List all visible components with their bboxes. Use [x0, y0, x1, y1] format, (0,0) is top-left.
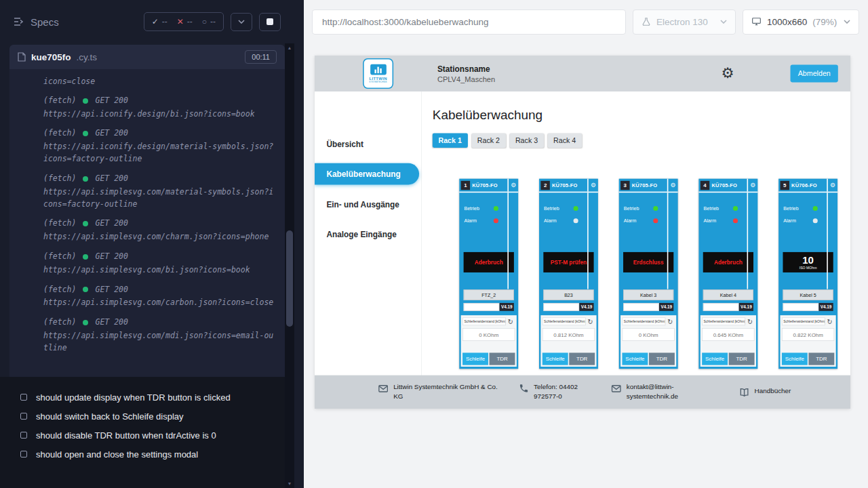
browser-name: Electron 130	[656, 17, 708, 27]
specs-menu[interactable]: Specs	[14, 16, 59, 28]
command-log-entry[interactable]: (fetch)GET 200 https://api.iconify.desig…	[43, 95, 275, 121]
tab-rack-3[interactable]: Rack 3	[509, 134, 544, 148]
refresh-icon[interactable]: ↻	[745, 318, 754, 325]
test-item[interactable]: should disable TDR button when tdrActive…	[20, 426, 288, 445]
alarm-label: Alarm	[544, 218, 557, 223]
spec-header[interactable]: kue705fo .cy.ts 00:11	[9, 45, 285, 69]
collapse-button[interactable]	[231, 13, 252, 31]
browser-selector[interactable]: Electron 130	[633, 9, 736, 35]
status-display-text: Aderbruch	[714, 259, 743, 265]
status-dot	[83, 320, 88, 325]
command-log-entry[interactable]: (fetch)GET 200 https://api.simplesvg.com…	[43, 173, 275, 210]
tdr-button[interactable]: TDR	[649, 352, 675, 365]
refresh-icon[interactable]: ↻	[506, 318, 515, 325]
betrieb-led	[733, 206, 738, 211]
cable-name: Kabel 5	[783, 289, 833, 300]
logout-button[interactable]: Abmelden	[791, 64, 838, 82]
url-input[interactable]: http://localhost:3000/kabelueberwachung	[312, 9, 626, 35]
tdr-button[interactable]: TDR	[729, 352, 755, 365]
measurement-label: Schleifenwiderstand [kOhm]	[782, 317, 825, 325]
tdr-button[interactable]: TDR	[490, 352, 515, 365]
chevron-down-icon	[844, 20, 850, 24]
http-status: GET 200	[95, 251, 127, 263]
device-settings-icon[interactable]: ⚙	[507, 179, 518, 192]
betrieb-led	[813, 206, 818, 211]
status-display-text: Erdschluss	[633, 259, 664, 265]
device-settings-icon[interactable]: ⚙	[667, 179, 678, 192]
sidebar-item-analoge-eingaenge[interactable]: Analoge Eingänge	[315, 223, 421, 245]
test-item[interactable]: should switch back to Schleife display	[20, 407, 288, 426]
test-title: should update display when TDR button is…	[36, 392, 231, 403]
tab-rack-4[interactable]: Rack 4	[547, 134, 582, 148]
status-display: PST-M prüfen	[543, 252, 593, 272]
test-item[interactable]: should update display when TDR button is…	[20, 388, 288, 407]
aut-panel: http://localhost:3000/kabelueberwachung …	[304, 0, 868, 488]
command-log-entry[interactable]: (fetch)GET 200 https://api.simplesvg.com…	[43, 284, 275, 310]
schleife-button[interactable]: Schleife	[622, 352, 648, 365]
betrieb-led	[494, 206, 498, 211]
tdr-button[interactable]: TDR	[569, 352, 595, 365]
monitor-icon	[751, 17, 762, 26]
footer-phone: Telefon: 04402 972577-0	[519, 383, 591, 402]
stop-button[interactable]	[259, 13, 281, 31]
tab-rack-2[interactable]: Rack 2	[471, 134, 506, 148]
station-value: CPLV4_Maschen	[437, 75, 495, 83]
device-card: 1 KÜ705-FO ⚙ Betrieb Alarm	[459, 179, 518, 369]
tdr-button[interactable]: TDR	[808, 352, 834, 365]
scrollbar-thumb[interactable]	[286, 230, 293, 327]
test-item[interactable]: should open and close the settings modal	[20, 445, 288, 464]
settings-gear-icon[interactable]: ⚙	[722, 66, 734, 81]
schleife-button[interactable]: Schleife	[782, 352, 808, 365]
sidebar-item-ein-und-ausgaenge[interactable]: Ein- und Ausgänge	[315, 193, 421, 215]
viewport-selector[interactable]: 1000x660 (79%)	[743, 9, 859, 35]
card-divider	[827, 192, 828, 289]
refresh-icon[interactable]: ↻	[586, 318, 595, 325]
schleife-button[interactable]: Schleife	[542, 352, 568, 365]
flask-icon	[642, 17, 651, 26]
device-number: 4	[701, 180, 709, 189]
alarm-led	[574, 218, 578, 223]
sidebar-item-kabelueberwachung[interactable]: Kabelüberwachung	[315, 163, 419, 185]
betrieb-indicator: Betrieb	[624, 205, 658, 211]
device-settings-icon[interactable]: ⚙	[587, 179, 598, 192]
passed-count: --	[162, 17, 167, 26]
device-settings-icon[interactable]: ⚙	[827, 179, 837, 192]
refresh-icon[interactable]: ↻	[825, 318, 834, 325]
failed-icon: ✕	[177, 17, 184, 26]
device-model: KÜ705-FO	[472, 182, 498, 188]
device-model: KÜ705-FO	[632, 182, 658, 188]
reporter-scrollbar[interactable]: ▲ ▼	[285, 43, 294, 488]
page-title: Kabelüberwachung	[433, 108, 850, 123]
status-display: Aderbruch	[703, 252, 753, 272]
command-log-entry[interactable]: (fetch)GET 200 https://api.simplesvg.com…	[43, 218, 275, 243]
failed-stat: ✕--	[177, 17, 193, 26]
scroll-down-icon[interactable]: ▼	[288, 481, 292, 486]
schleife-button[interactable]: Schleife	[462, 352, 488, 365]
card-divider	[667, 192, 669, 289]
status-dot	[83, 254, 88, 260]
specs-menu-icon	[14, 18, 24, 26]
measurement-label: Schleifenwiderstand [kOhm]	[622, 317, 665, 325]
footer-email[interactable]: kontakt@littwin-systemtechnik.de	[611, 383, 691, 402]
chevron-down-icon	[720, 20, 727, 24]
refresh-icon[interactable]: ↻	[665, 318, 674, 325]
failed-count: --	[187, 17, 193, 26]
card-divider	[507, 192, 509, 289]
betrieb-label: Betrieb	[544, 205, 559, 211]
app-body: Übersicht Kabelüberwachung Ein- und Ausg…	[315, 92, 850, 409]
kabelueberwachung-app: LITTWIN SYSTEMTECHNIK Stationsname CPLV4…	[315, 56, 850, 409]
device-settings-icon[interactable]: ⚙	[747, 179, 758, 192]
footer-manuals[interactable]: Handbücher	[739, 386, 791, 398]
tab-rack-1[interactable]: Rack 1	[433, 134, 468, 148]
schleife-button[interactable]: Schleife	[702, 352, 728, 365]
sidebar-item-uebersicht[interactable]: Übersicht	[315, 134, 421, 155]
betrieb-indicator: Betrieb	[544, 205, 578, 211]
request-url: https://api.simplesvg.com/charm.json?ico…	[43, 231, 275, 243]
scroll-up-icon[interactable]: ▲	[288, 45, 292, 50]
command-log-entry[interactable]: (fetch)GET 200 https://api.iconify.desig…	[43, 127, 275, 165]
device-card: 2 KÜ705-FO ⚙ Betrieb Alarm	[539, 179, 598, 369]
fetch-tag: (fetch)	[43, 317, 76, 329]
command-log-entry[interactable]: (fetch)GET 200 https://api.simplesvg.com…	[43, 251, 275, 277]
command-log-entry[interactable]: (fetch)GET 200 https://api.simplesvg.com…	[43, 317, 275, 354]
chevron-down-icon	[238, 20, 245, 24]
